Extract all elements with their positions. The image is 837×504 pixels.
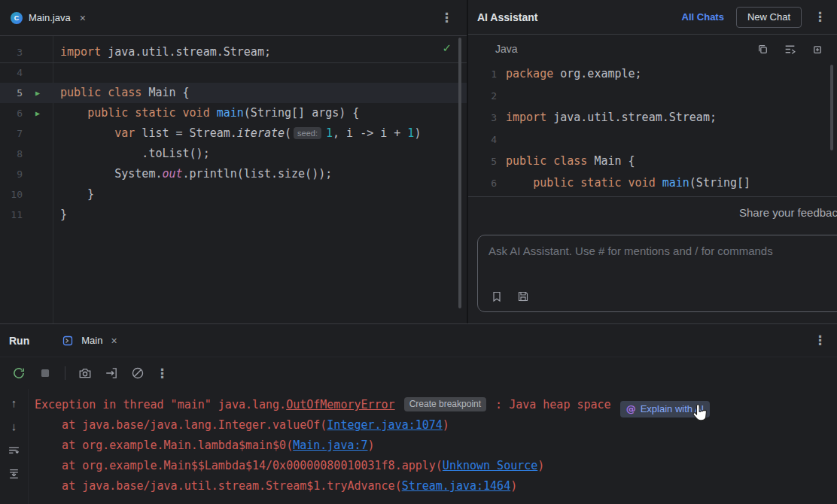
editor-line[interactable]: 5▶public class Main { [0, 83, 467, 103]
inlay-hint: seed: [294, 127, 321, 139]
editor-line[interactable]: 4 [0, 62, 467, 83]
thread-dump-button[interactable] [77, 365, 93, 381]
line-number[interactable]: 7 [0, 123, 23, 144]
code-token: Main { [148, 86, 189, 99]
ai-chat-input[interactable] [478, 235, 837, 288]
code-token: } [60, 187, 94, 201]
ai-code-line: 1package org.example; [468, 63, 837, 85]
line-number: 3 [468, 107, 506, 129]
run-tab-main[interactable]: Main × [59, 332, 117, 349]
toolbar-separator [65, 366, 65, 380]
exception-class-link[interactable]: OutOfMemoryError [286, 398, 395, 411]
share-feedback-link[interactable]: Share your feedback [739, 206, 837, 219]
toolbar-more-icon[interactable]: ⋮ [156, 367, 169, 380]
line-number[interactable]: 10 [0, 184, 23, 205]
line-number[interactable]: 8 [0, 144, 23, 164]
line-number: 1 [468, 63, 506, 85]
code-token: at java.base/java.util.stream.Stream$1.t… [35, 479, 402, 493]
ai-code-scrollbar[interactable] [830, 65, 833, 150]
ai-code-line: 5public class Main { [468, 150, 837, 172]
run-tool-window: Run Main × ⋮ [0, 323, 837, 504]
code-token: at java.base/java.lang.Integer.valueOf( [35, 418, 327, 432]
editor-scrollbar[interactable] [458, 38, 461, 308]
ai-code-block-actions [754, 41, 825, 57]
code-token: public static void [533, 176, 662, 190]
ai-code-line: 4 [468, 129, 837, 150]
code-token: import [506, 111, 553, 124]
close-tab-icon[interactable]: × [80, 12, 86, 24]
all-chats-link[interactable]: All Chats [682, 11, 724, 23]
ai-code-line: 3import java.util.stream.Stream; [468, 107, 837, 129]
line-number[interactable]: 4 [0, 62, 23, 83]
top-split: C Main.java × ⋮ 3import java.util.stream… [0, 0, 837, 323]
inspection-ok-icon[interactable]: ✓ [442, 38, 452, 58]
ai-more-icon[interactable]: ⋮ [814, 11, 826, 23]
create-breakpoint-badge[interactable]: Create breakpoint [404, 397, 486, 411]
line-number[interactable]: 5 [0, 83, 23, 103]
down-stack-trace-icon[interactable]: ↓ [11, 420, 17, 433]
code-token: java.util.stream.Stream; [553, 111, 717, 124]
code-token: } [60, 208, 67, 221]
stack-trace-link[interactable]: Integer.java:1074 [327, 418, 443, 432]
editor-line[interactable]: 7 var list = Stream.iterate(seed:1, i ->… [0, 123, 467, 144]
gutter-space [23, 123, 53, 144]
editor-line[interactable]: 6▶ public static void main(String[] args… [0, 103, 467, 123]
code-token: at org.example.Main$$Lambda$14/0x0000008… [35, 459, 443, 472]
code-text: } [53, 205, 67, 225]
scroll-to-end-icon[interactable] [8, 466, 20, 480]
prompt-library-icon[interactable] [489, 288, 505, 305]
ai-assistant-pane: AI Assistant All Chats New Chat ⋮ Java [468, 0, 837, 323]
stack-trace-link[interactable]: Main.java:7 [293, 439, 367, 452]
rerun-button[interactable] [11, 365, 27, 381]
code-token: .toList(); [60, 147, 210, 160]
ai-logo-icon: @ [626, 399, 636, 419]
code-token: 1 [326, 126, 333, 140]
console-line: at java.base/java.lang.Integer.valueOf(I… [35, 415, 837, 436]
editor-code-area[interactable]: 3import java.util.stream.Stream;45▶publi… [0, 36, 467, 323]
console-tab-icon [59, 332, 76, 349]
save-prompt-icon[interactable] [515, 288, 531, 305]
line-number: 4 [468, 129, 506, 150]
console-line: at org.example.Main$$Lambda$14/0x0000008… [35, 456, 837, 476]
editor-line[interactable]: 10 } [0, 184, 467, 205]
create-file-icon[interactable] [808, 41, 825, 57]
console-output[interactable]: Exception in thread "main" java.lang.Out… [29, 389, 837, 504]
editor-line[interactable]: 9 System.out.println(list.size()); [0, 164, 467, 184]
editor-line[interactable]: 11} [0, 205, 467, 225]
console-line: at java.base/java.util.stream.Stream$1.t… [35, 476, 837, 496]
code-text: var list = Stream.iterate(seed:1, i -> i… [53, 123, 421, 144]
line-number[interactable]: 6 [0, 103, 23, 123]
stack-trace-link[interactable]: Stream.java:1464 [402, 479, 511, 493]
editor-tab-main-java[interactable]: C Main.java × [11, 0, 86, 35]
code-token [395, 398, 402, 411]
close-run-tab-icon[interactable]: × [111, 335, 117, 347]
code-token: var [114, 126, 135, 140]
stack-trace-link[interactable]: Unknown Source [443, 459, 537, 472]
run-console-area: ↑ ↓ Exception in thread "main" java.lang… [0, 389, 837, 504]
line-number: 2 [468, 85, 506, 107]
code-text: public static void main(String[] args) { [53, 103, 359, 123]
copy-code-icon[interactable] [754, 41, 771, 57]
code-token: (String[] args) { [244, 106, 360, 120]
editor-more-icon[interactable]: ⋮ [440, 11, 453, 24]
line-number[interactable]: 11 [0, 205, 23, 225]
ai-chat-input-box[interactable] [477, 235, 837, 312]
soft-wrap-icon[interactable] [8, 443, 20, 457]
editor-line[interactable]: 3import java.util.stream.Stream; [0, 42, 467, 62]
up-stack-trace-icon[interactable]: ↑ [11, 396, 17, 410]
editor-line[interactable]: 8 .toList(); [0, 144, 467, 164]
run-toolbar: ⋮ [0, 357, 837, 389]
run-gutter-icon[interactable]: ▶ [23, 83, 53, 103]
explain-with-ai-button[interactable]: @Explain with AI [620, 401, 711, 417]
stop-button[interactable] [37, 365, 53, 381]
line-number[interactable]: 9 [0, 164, 23, 184]
code-token [60, 106, 87, 120]
insert-code-icon[interactable] [781, 41, 798, 57]
line-number[interactable]: 3 [0, 42, 23, 62]
run-gutter-icon[interactable]: ▶ [23, 103, 53, 123]
ai-code-block-header: Java [468, 35, 837, 63]
new-chat-button[interactable]: New Chat [736, 7, 802, 28]
run-more-icon[interactable]: ⋮ [814, 334, 826, 347]
detach-button[interactable] [103, 365, 120, 381]
clear-output-button[interactable] [129, 365, 146, 381]
